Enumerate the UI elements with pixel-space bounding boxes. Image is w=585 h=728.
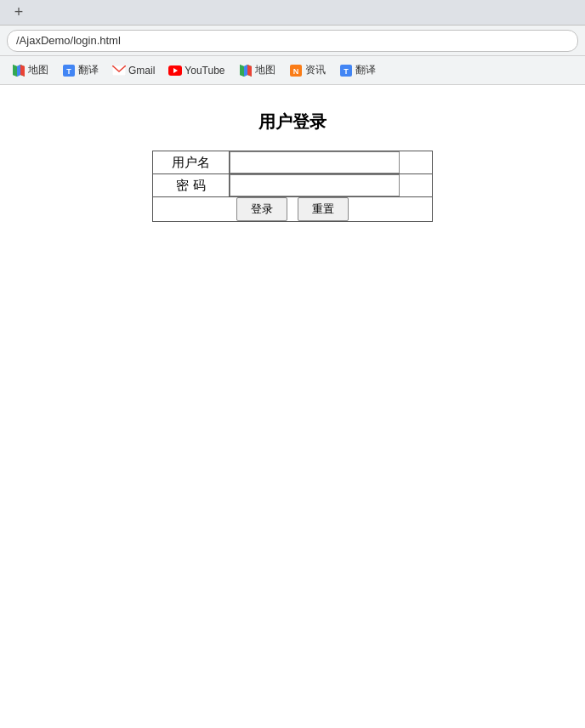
password-row: 密 码	[153, 174, 433, 197]
bookmark-news[interactable]: N 资讯	[284, 60, 331, 80]
username-input-cell	[230, 151, 433, 174]
bookmark-translate2[interactable]: T 翻译	[334, 60, 381, 80]
svg-marker-11	[244, 65, 247, 77]
address-bar-text: /AjaxDemo/login.html	[16, 34, 121, 47]
password-input[interactable]	[230, 174, 400, 196]
bookmark-maps2[interactable]: 地图	[234, 60, 281, 80]
svg-text:N: N	[292, 67, 298, 76]
maps-icon	[12, 64, 26, 77]
password-input-cell	[230, 174, 433, 197]
tab-bar: +	[0, 0, 585, 26]
svg-marker-1	[13, 65, 17, 77]
maps-icon2	[239, 64, 253, 77]
username-row: 用户名	[153, 151, 433, 174]
button-cell: 登录 重置	[153, 197, 433, 222]
browser-toolbar: /AjaxDemo/login.html	[0, 26, 585, 56]
bookmark-translate1[interactable]: T 翻译	[57, 60, 104, 80]
username-input[interactable]	[230, 151, 400, 173]
news-icon: N	[289, 64, 303, 77]
bookmark-maps1-label: 地图	[28, 63, 48, 77]
bookmark-translate1-label: 翻译	[78, 63, 99, 77]
bookmark-translate2-label: 翻译	[355, 63, 376, 77]
bookmarks-bar: 地图 T 翻译 Gmail YouTube	[0, 56, 585, 85]
svg-marker-12	[247, 65, 252, 77]
username-label: 用户名	[153, 151, 230, 174]
bookmark-maps2-label: 地图	[255, 63, 275, 77]
page-title: 用户登录	[258, 111, 327, 134]
bookmark-youtube[interactable]: YouTube	[163, 61, 230, 80]
address-bar[interactable]: /AjaxDemo/login.html	[7, 30, 578, 52]
bookmark-gmail-label: Gmail	[128, 65, 155, 77]
new-tab-button[interactable]: +	[7, 3, 31, 23]
svg-text:T: T	[66, 67, 71, 76]
svg-marker-3	[20, 65, 25, 77]
translate-icon2: T	[339, 64, 353, 77]
login-button[interactable]: 登录	[236, 197, 287, 221]
svg-marker-10	[240, 65, 244, 77]
gmail-icon	[112, 64, 126, 77]
translate-icon1: T	[62, 64, 76, 77]
bookmark-news-label: 资讯	[305, 63, 326, 77]
reset-button[interactable]: 重置	[298, 197, 349, 221]
page-content: 用户登录 用户名 密 码 登录 重置	[0, 85, 585, 680]
login-form-table: 用户名 密 码 登录 重置	[152, 151, 433, 222]
svg-marker-2	[17, 65, 20, 77]
bookmark-gmail[interactable]: Gmail	[107, 61, 160, 80]
bookmark-youtube-label: YouTube	[185, 65, 224, 77]
youtube-icon	[168, 64, 182, 77]
button-row: 登录 重置	[153, 197, 433, 222]
bookmark-maps1[interactable]: 地图	[7, 60, 54, 80]
password-label: 密 码	[153, 174, 230, 197]
svg-text:T: T	[344, 67, 349, 76]
